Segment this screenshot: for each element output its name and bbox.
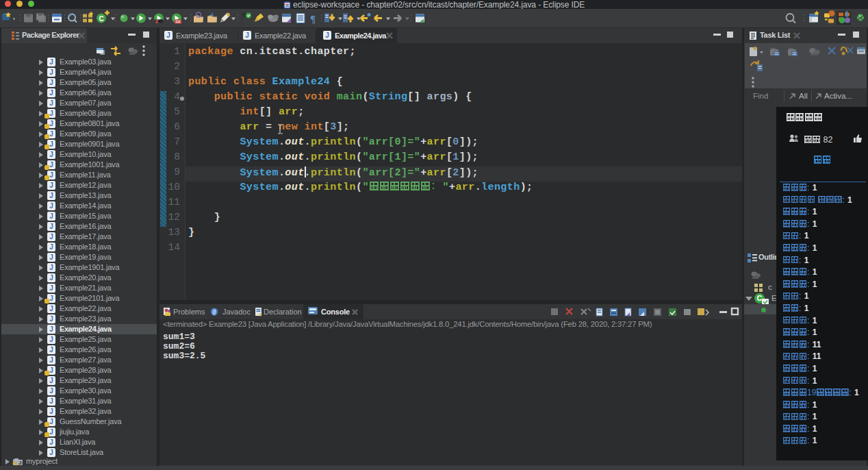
svg-text:J: J (18, 460, 21, 466)
svg-text:¶: ¶ (310, 14, 316, 25)
svg-text:@: @ (212, 309, 216, 316)
svg-text:C: C (99, 15, 103, 23)
